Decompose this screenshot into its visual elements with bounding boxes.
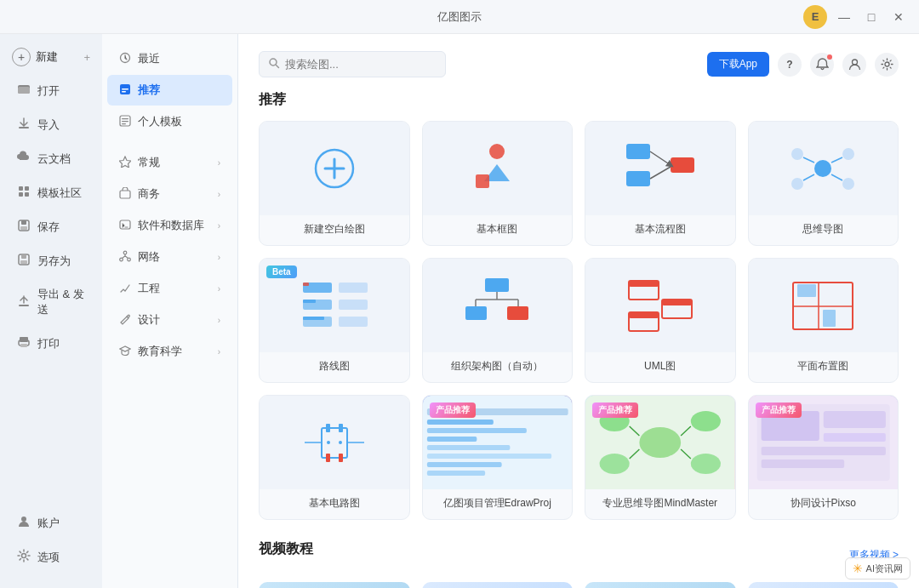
template-card-floor[interactable]: 平面布置图 bbox=[748, 258, 899, 383]
save-icon bbox=[17, 219, 31, 235]
video-section-header: 视频教程 更多视频 > bbox=[259, 540, 899, 570]
sidebar-item-saveas[interactable]: 另存为 bbox=[5, 244, 97, 277]
recent-label: 最近 bbox=[138, 51, 160, 66]
options-label: 选项 bbox=[37, 550, 60, 565]
sidebar-item-import[interactable]: 导入 bbox=[5, 108, 97, 141]
mid-nav-engineering[interactable]: 工程 › bbox=[107, 273, 232, 304]
svg-rect-114 bbox=[823, 411, 885, 428]
uml-img bbox=[585, 259, 735, 352]
template-card-pixso[interactable]: 产品推荐 协同设计Pixso bbox=[748, 395, 899, 520]
mindmaster-img: 产品推荐 bbox=[585, 396, 735, 489]
business-label: 商务 bbox=[138, 186, 160, 202]
sidebar-item-cloud[interactable]: 云文档 bbox=[5, 142, 97, 175]
svg-point-102 bbox=[639, 427, 681, 458]
template-grid: 新建空白绘图 基本框图 bbox=[259, 121, 899, 520]
svg-rect-98 bbox=[426, 454, 551, 459]
video-card-4[interactable] bbox=[748, 582, 899, 588]
basic-flow-label: 基本流程图 bbox=[585, 215, 735, 245]
search-box[interactable] bbox=[259, 51, 446, 77]
svg-point-50 bbox=[791, 178, 803, 190]
mindmaster-label: 专业思维导图MindMaster bbox=[585, 489, 735, 519]
template-card-new-blank[interactable]: 新建空白绘图 bbox=[259, 121, 410, 246]
template-card-edrawproj[interactable]: 产品推荐 亿图项目管理EdrawProj bbox=[422, 395, 574, 520]
mid-nav-education[interactable]: 教育科学 › bbox=[107, 336, 232, 367]
template-card-org[interactable]: 组织架构图（自动） bbox=[422, 258, 574, 383]
svg-rect-117 bbox=[761, 460, 844, 468]
sidebar-item-options[interactable]: 选项 bbox=[5, 540, 97, 574]
maximize-button[interactable]: □ bbox=[861, 7, 882, 27]
svg-rect-83 bbox=[322, 428, 347, 458]
svg-rect-96 bbox=[426, 437, 477, 442]
import-label: 导入 bbox=[37, 117, 60, 133]
watermark: ✳ AI资讯网 bbox=[845, 557, 910, 579]
new-button[interactable]: + 新建 + bbox=[0, 41, 102, 73]
svg-point-47 bbox=[814, 160, 831, 177]
help-button[interactable]: ? bbox=[778, 53, 802, 77]
export-icon bbox=[17, 294, 31, 311]
new-extra-plus: + bbox=[83, 51, 90, 64]
settings-button[interactable] bbox=[875, 53, 899, 77]
open-icon bbox=[17, 83, 31, 99]
svg-rect-43 bbox=[626, 171, 650, 186]
mid-nav-general[interactable]: 常规 › bbox=[107, 147, 232, 178]
video-section-title: 视频教程 bbox=[259, 540, 313, 558]
svg-rect-84 bbox=[326, 424, 330, 432]
pixso-img: 产品推荐 bbox=[749, 396, 899, 489]
template-card-circuit[interactable]: 基本电路图 bbox=[259, 395, 410, 520]
mid-nav-recent[interactable]: 最近 bbox=[107, 43, 232, 74]
svg-rect-100 bbox=[426, 471, 484, 476]
new-blank-img bbox=[260, 122, 409, 215]
svg-rect-99 bbox=[426, 462, 501, 467]
mid-nav-recommend[interactable]: 推荐 bbox=[107, 75, 232, 106]
engineering-icon bbox=[119, 282, 131, 296]
notification-button[interactable] bbox=[810, 53, 834, 77]
route-img: Beta bbox=[260, 259, 409, 352]
mid-nav-network[interactable]: 网络 › bbox=[107, 242, 232, 272]
download-app-button[interactable]: 下载App bbox=[707, 52, 769, 77]
business-icon bbox=[119, 187, 131, 202]
sidebar-item-open[interactable]: 打开 bbox=[5, 74, 97, 107]
template-card-mindmaster[interactable]: 产品推荐 专业思维导图MindMaster bbox=[585, 395, 736, 520]
top-bar: 下载App ? bbox=[259, 51, 899, 77]
svg-rect-24 bbox=[122, 118, 128, 119]
sidebar-item-account[interactable]: 账户 bbox=[5, 506, 97, 539]
svg-rect-14 bbox=[20, 337, 28, 342]
video-card-2[interactable] bbox=[422, 582, 574, 588]
edrawproj-img: 产品推荐 bbox=[423, 396, 573, 489]
mid-nav-software[interactable]: 软件和数据库 › bbox=[107, 210, 232, 241]
template-card-basic-frame[interactable]: 基本框图 bbox=[422, 121, 574, 246]
close-button[interactable]: ✕ bbox=[888, 7, 909, 27]
software-icon bbox=[119, 219, 131, 233]
cloud-icon bbox=[17, 151, 31, 167]
sidebar-item-template-community[interactable]: 模板社区 bbox=[5, 176, 97, 209]
svg-rect-59 bbox=[303, 300, 316, 303]
svg-point-106 bbox=[691, 454, 721, 474]
svg-rect-62 bbox=[339, 283, 368, 293]
edrawproj-label: 亿图项目管理EdrawProj bbox=[423, 489, 573, 519]
template-card-route[interactable]: Beta 路线图 bbox=[259, 258, 410, 383]
template-card-basic-flow[interactable]: 基本流程图 bbox=[585, 121, 736, 246]
minimize-button[interactable]: — bbox=[834, 7, 854, 27]
video-card-1[interactable] bbox=[259, 582, 410, 588]
video-card-3[interactable] bbox=[585, 582, 736, 588]
user-avatar[interactable]: E bbox=[803, 5, 827, 29]
svg-point-51 bbox=[842, 178, 854, 190]
user-button[interactable] bbox=[842, 53, 866, 77]
search-input[interactable] bbox=[285, 58, 437, 71]
beta-badge: Beta bbox=[266, 265, 297, 278]
svg-rect-116 bbox=[761, 447, 885, 455]
software-label: 软件和数据库 bbox=[138, 218, 204, 233]
template-community-label: 模板社区 bbox=[37, 186, 82, 201]
svg-rect-85 bbox=[339, 424, 343, 432]
mid-nav-design[interactable]: 设计 › bbox=[107, 305, 232, 335]
general-chevron: › bbox=[218, 158, 220, 168]
template-card-mindmap[interactable]: 思维导图 bbox=[748, 121, 899, 246]
mid-nav-business[interactable]: 商务 › bbox=[107, 179, 232, 209]
education-icon bbox=[119, 345, 131, 359]
mid-nav-personal[interactable]: 个人模板 bbox=[107, 106, 232, 137]
sidebar-item-print[interactable]: 打印 bbox=[5, 327, 97, 360]
template-card-uml[interactable]: UML图 bbox=[585, 258, 736, 383]
svg-point-91 bbox=[339, 441, 342, 444]
sidebar-item-export[interactable]: 导出 & 发送 bbox=[5, 278, 97, 326]
sidebar-item-save[interactable]: 保存 bbox=[5, 210, 97, 243]
